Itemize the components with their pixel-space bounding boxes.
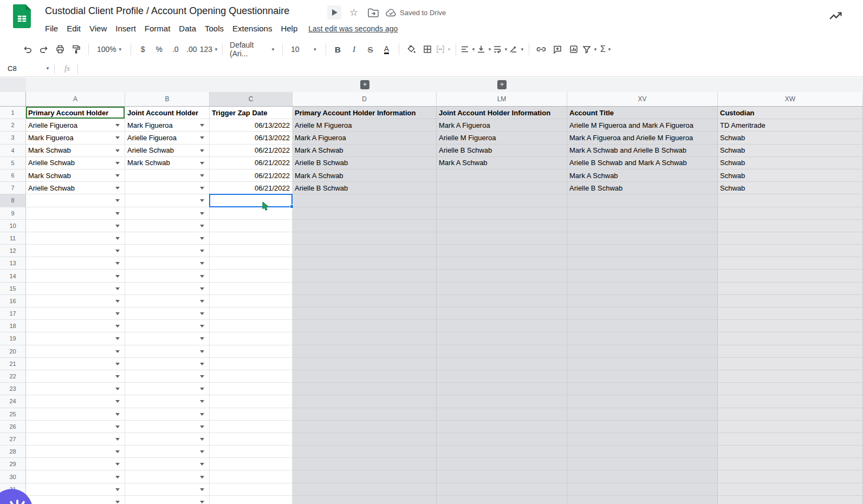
- cell-C30[interactable]: [210, 470, 293, 483]
- row-header-1[interactable]: 1: [0, 107, 26, 119]
- cell-XV4[interactable]: Mark A Schwab and Arielle B Schwab: [567, 145, 718, 157]
- cell-XV14[interactable]: [567, 270, 718, 282]
- cell-C29[interactable]: [210, 458, 293, 470]
- cell-XV28[interactable]: [567, 446, 718, 458]
- cell-B14[interactable]: [125, 270, 210, 282]
- cell-C5[interactable]: 06/21/2022: [210, 157, 293, 169]
- dropdown-arrow-icon[interactable]: [115, 450, 120, 453]
- print-button[interactable]: [52, 41, 68, 57]
- cell-C2[interactable]: 06/13/2022: [210, 119, 293, 132]
- dropdown-arrow-icon[interactable]: [200, 124, 204, 127]
- cell-LM8[interactable]: [437, 194, 567, 207]
- column-header-A[interactable]: A: [26, 92, 125, 106]
- cell-XV12[interactable]: [567, 245, 718, 257]
- menu-format[interactable]: Format: [140, 23, 175, 34]
- insert-link-button[interactable]: [533, 41, 549, 57]
- document-title[interactable]: Custodial Client Profile / Account Openi…: [45, 5, 289, 17]
- dropdown-arrow-icon[interactable]: [200, 375, 204, 378]
- cell-C12[interactable]: [210, 245, 293, 257]
- dropdown-arrow-icon[interactable]: [115, 463, 120, 466]
- cell-A19[interactable]: [26, 332, 125, 345]
- dropdown-arrow-icon[interactable]: [115, 426, 120, 428]
- row-header-25[interactable]: 25: [0, 408, 26, 421]
- horizontal-align-dropdown[interactable]: ▼: [460, 41, 476, 57]
- bold-button[interactable]: B: [330, 41, 346, 57]
- cell-XW9[interactable]: [718, 207, 863, 220]
- cell-D21[interactable]: [293, 358, 437, 370]
- text-color-button[interactable]: A: [379, 41, 395, 57]
- cell-XV24[interactable]: [567, 395, 718, 408]
- cell-B30[interactable]: [125, 470, 210, 483]
- menu-view[interactable]: View: [85, 23, 111, 34]
- cell-D29[interactable]: [293, 458, 437, 470]
- cell-XV23[interactable]: [567, 383, 718, 395]
- text-wrap-dropdown[interactable]: ▼: [492, 41, 509, 57]
- row-header-5[interactable]: 5: [0, 157, 26, 169]
- cell-B3[interactable]: Arielle Figueroa: [125, 132, 210, 144]
- cell-LM24[interactable]: [437, 395, 567, 408]
- number-format-dropdown[interactable]: 123▼: [200, 41, 218, 57]
- cell-B12[interactable]: [125, 245, 210, 257]
- expand-columns-button[interactable]: +: [360, 80, 369, 89]
- cell-B21[interactable]: [125, 358, 210, 370]
- cell-C22[interactable]: [210, 370, 293, 383]
- cell-LM31[interactable]: [437, 483, 567, 496]
- row-header-13[interactable]: 13: [0, 257, 26, 270]
- cell-A27[interactable]: [26, 433, 125, 446]
- cell-XV22[interactable]: [567, 370, 718, 383]
- cell-LM26[interactable]: [437, 421, 567, 433]
- row-header-29[interactable]: 29: [0, 458, 26, 470]
- cell-B31[interactable]: [125, 483, 210, 496]
- redo-button[interactable]: [36, 41, 52, 57]
- cell-LM21[interactable]: [437, 358, 567, 370]
- fill-color-button[interactable]: [403, 41, 419, 57]
- dropdown-arrow-icon[interactable]: [115, 337, 120, 340]
- cell-XW21[interactable]: [718, 358, 863, 370]
- menu-data[interactable]: Data: [174, 23, 200, 34]
- cell-B24[interactable]: [125, 395, 210, 408]
- cell-D18[interactable]: [293, 320, 437, 332]
- dropdown-arrow-icon[interactable]: [115, 501, 120, 503]
- column-header-XW[interactable]: XW: [718, 92, 863, 106]
- row-header-8[interactable]: 8: [0, 194, 26, 207]
- cell-LM15[interactable]: [437, 283, 567, 295]
- cell-B32[interactable]: [125, 496, 210, 504]
- cell-XW25[interactable]: [718, 408, 863, 421]
- cell-B22[interactable]: [125, 370, 210, 383]
- row-header-28[interactable]: 28: [0, 446, 26, 458]
- cell-C31[interactable]: [210, 483, 293, 496]
- cell-LM14[interactable]: [437, 270, 567, 282]
- cell-LM4[interactable]: Arielle B Schwab: [437, 145, 567, 157]
- dropdown-arrow-icon[interactable]: [115, 300, 120, 303]
- dropdown-arrow-icon[interactable]: [115, 363, 120, 365]
- cell-XV15[interactable]: [567, 283, 718, 295]
- cell-C8[interactable]: [210, 194, 293, 207]
- dropdown-arrow-icon[interactable]: [115, 136, 120, 139]
- cell-XV29[interactable]: [567, 458, 718, 470]
- cell-A2[interactable]: Arielle Figueroa: [26, 119, 125, 132]
- cell-A23[interactable]: [26, 383, 125, 395]
- cell-XV32[interactable]: [567, 496, 718, 504]
- cell-LM20[interactable]: [437, 345, 567, 358]
- cell-D8[interactable]: [293, 194, 437, 207]
- trending-up-icon[interactable]: [828, 9, 843, 23]
- cell-B1[interactable]: Joint Account Holder: [125, 107, 210, 119]
- dropdown-arrow-icon[interactable]: [115, 438, 120, 441]
- cell-LM23[interactable]: [437, 383, 567, 395]
- cell-A10[interactable]: [26, 220, 125, 232]
- cell-LM2[interactable]: Mark A Figueroa: [437, 119, 567, 132]
- cell-XW24[interactable]: [718, 395, 863, 408]
- menu-tools[interactable]: Tools: [200, 23, 228, 34]
- borders-button[interactable]: [419, 41, 436, 57]
- format-currency-button[interactable]: $: [135, 41, 151, 57]
- dropdown-arrow-icon[interactable]: [200, 501, 204, 503]
- cell-A29[interactable]: [26, 458, 125, 470]
- cell-C25[interactable]: [210, 408, 293, 421]
- dropdown-arrow-icon[interactable]: [115, 174, 120, 177]
- undo-button[interactable]: [20, 41, 36, 57]
- column-header-D[interactable]: D: [293, 92, 437, 106]
- cell-C15[interactable]: [210, 283, 293, 295]
- cell-XW26[interactable]: [718, 421, 863, 433]
- cell-B11[interactable]: [125, 232, 210, 245]
- row-header-30[interactable]: 30: [0, 470, 26, 483]
